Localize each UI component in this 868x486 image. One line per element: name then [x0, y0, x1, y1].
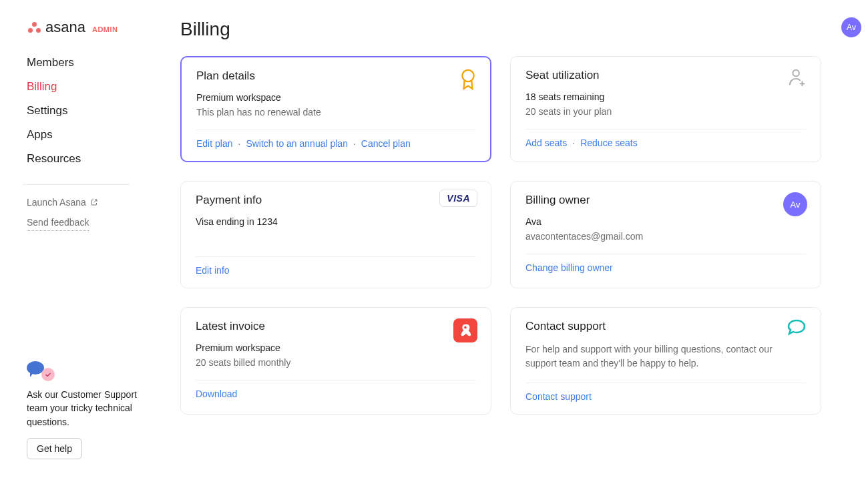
add-seats-link[interactable]: Add seats [525, 138, 567, 148]
reduce-seats-link[interactable]: Reduce seats [580, 138, 638, 148]
sidebar: asana ADMIN Members Billing Settings App… [0, 0, 160, 486]
speech-bubble-icon [786, 318, 807, 340]
asana-logo-icon [27, 20, 41, 35]
brand-logo: asana ADMIN [27, 19, 160, 36]
latest-invoice-title: Latest invoice [196, 320, 476, 333]
pdf-icon [453, 318, 477, 342]
support-promo-text: Ask our Customer Support team your trick… [27, 388, 140, 429]
billing-owner-title: Billing owner [525, 194, 806, 207]
sidebar-item-apps[interactable]: Apps [27, 123, 160, 147]
plan-details-renewal: This plan has no renewal date [196, 107, 475, 117]
plan-details-card: Plan details Premium workspace This plan… [180, 56, 491, 162]
brand-tag: ADMIN [92, 25, 118, 33]
download-invoice-link[interactable]: Download [196, 389, 237, 399]
switch-annual-link[interactable]: Switch to an annual plan [246, 138, 348, 149]
billing-cards-grid: Plan details Premium workspace This plan… [180, 56, 821, 415]
payment-card-summary: Visa ending in 1234 [196, 216, 476, 227]
svg-point-1 [793, 70, 799, 76]
seat-utilization-card: Seat utilization 18 seats remaining 20 s… [510, 56, 821, 162]
check-circle-icon [41, 368, 55, 381]
contact-support-link[interactable]: Contact support [525, 391, 592, 402]
billing-owner-email: avacontentaces@gmail.com [525, 231, 806, 242]
change-billing-owner-link[interactable]: Change billing owner [525, 262, 613, 273]
billing-owner-card: Av Billing owner Ava avacontentaces@gmai… [510, 181, 821, 288]
edit-plan-link[interactable]: Edit plan [196, 138, 232, 149]
get-help-button[interactable]: Get help [27, 438, 82, 459]
sidebar-item-settings[interactable]: Settings [27, 99, 160, 123]
sidebar-item-billing[interactable]: Billing [27, 75, 160, 99]
seat-utilization-title: Seat utilization [525, 69, 806, 82]
main-content: Av Billing Plan details Premium workspac… [160, 0, 868, 486]
plan-details-type: Premium workspace [196, 92, 475, 103]
send-feedback-link[interactable]: Send feedback [27, 214, 89, 231]
edit-payment-link[interactable]: Edit info [196, 265, 230, 276]
latest-invoice-card: Latest invoice Premium workspace 20 seat… [180, 307, 491, 415]
launch-asana-label: Launch Asana [27, 197, 86, 208]
external-link-icon [90, 198, 98, 206]
payment-info-card: VISA Payment info Visa ending in 1234 Ed… [180, 181, 491, 288]
sidebar-item-resources[interactable]: Resources [27, 147, 160, 171]
billing-owner-name: Ava [525, 216, 806, 227]
cancel-plan-link[interactable]: Cancel plan [361, 138, 411, 149]
sidebar-nav: Members Billing Settings Apps Resources [27, 51, 160, 171]
support-promo-icon [27, 361, 60, 381]
owner-avatar-initials: Av [783, 192, 807, 216]
svg-point-0 [462, 70, 473, 81]
launch-asana-link[interactable]: Launch Asana [27, 194, 160, 210]
seats-remaining: 18 seats remaining [525, 91, 806, 102]
ribbon-icon [459, 68, 477, 95]
visa-badge: VISA [439, 192, 477, 204]
person-add-icon [787, 67, 807, 90]
sidebar-item-members[interactable]: Members [27, 51, 160, 75]
contact-support-title: Contact support [525, 320, 806, 333]
page-title: Billing [180, 19, 841, 40]
visa-badge-text: VISA [439, 190, 477, 207]
brand-name: asana [45, 19, 85, 36]
support-promo: Ask our Customer Support team your trick… [27, 361, 160, 459]
contact-support-card: Contact support For help and support wit… [510, 307, 821, 415]
contact-support-body: For help and support with your billing q… [525, 342, 806, 371]
payment-info-title: Payment info [196, 194, 476, 207]
user-avatar[interactable]: Av [841, 17, 861, 37]
invoice-plan: Premium workspace [196, 342, 476, 353]
seats-in-plan: 20 seats in your plan [525, 106, 806, 117]
plan-details-title: Plan details [196, 69, 475, 83]
invoice-seats: 20 seats billed monthly [196, 357, 476, 368]
sidebar-divider [23, 184, 130, 185]
owner-avatar-icon: Av [783, 192, 807, 216]
